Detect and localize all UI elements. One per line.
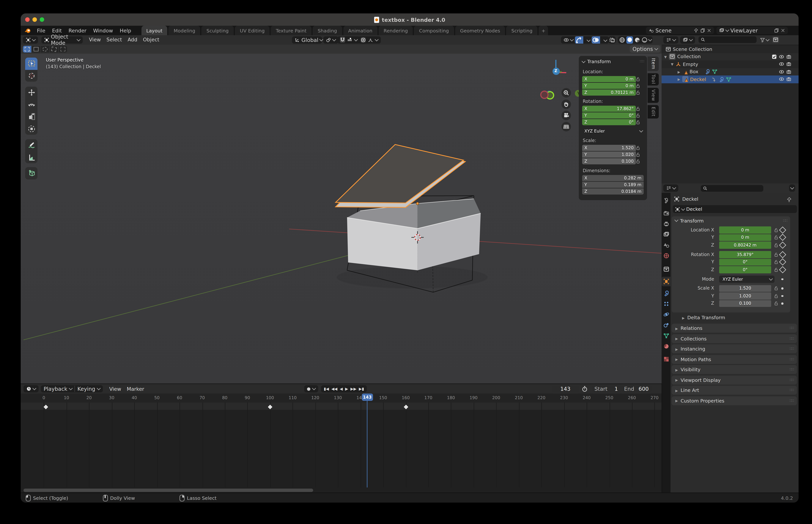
location-x-field[interactable]: X0 m	[582, 76, 636, 82]
zoom-view-button[interactable]	[561, 88, 571, 98]
object-name-field[interactable]: Deckel	[673, 205, 797, 213]
stopwatch-icon[interactable]	[582, 386, 588, 392]
animate-dot-icon[interactable]	[781, 287, 783, 290]
tool-rotate[interactable]	[25, 99, 37, 111]
timeline-body[interactable]	[21, 403, 662, 488]
ptab-scene[interactable]	[662, 240, 670, 250]
jump-to-end-button[interactable]: ▶▮	[359, 387, 364, 391]
tab-modeling[interactable]: Modeling	[168, 26, 200, 35]
scale-x-field[interactable]: X1.520	[582, 145, 636, 151]
expand-icon[interactable]: ▼	[670, 62, 674, 66]
eye-icon[interactable]	[779, 77, 784, 82]
ptab-physics[interactable]	[662, 310, 670, 319]
view-layer-selector[interactable]: ViewLayer ✕	[716, 27, 788, 34]
tab-shading[interactable]: Shading	[313, 26, 342, 35]
timeline-hscrollbar[interactable]	[23, 489, 313, 492]
location-y-field[interactable]: Y0 m	[582, 83, 636, 89]
prev-keyframe-button[interactable]: ◀◀	[331, 387, 337, 391]
rotation-mode-dropdown[interactable]: XYZ Euler	[582, 128, 645, 134]
tab-sculpting[interactable]: Sculpting	[201, 26, 233, 35]
dimension-z-field[interactable]: Z0.0184 m	[582, 189, 644, 195]
outliner-display-mode-button[interactable]	[680, 36, 695, 44]
ptab-render[interactable]	[662, 209, 670, 218]
lock-icon[interactable]	[635, 106, 640, 111]
camera-icon[interactable]	[786, 69, 791, 74]
jump-to-start-button[interactable]: ▮◀	[324, 387, 329, 391]
outliner-row-scene-collection[interactable]: Scene Collection	[662, 45, 799, 53]
transform-orientation-dropdown[interactable]: Global	[292, 36, 322, 44]
rotation-mode-dropdown[interactable]: XYZ Euler	[719, 276, 775, 283]
ptab-modifiers[interactable]	[662, 289, 670, 298]
select-lasso-button[interactable]	[50, 46, 58, 53]
keyframe-diamond-icon[interactable]	[779, 266, 786, 273]
show-overlays-toggle[interactable]	[592, 36, 600, 44]
ptab-constraints[interactable]	[662, 320, 670, 330]
tab-scripting[interactable]: Scripting	[506, 26, 537, 35]
timeline-view-menu[interactable]: View	[107, 386, 124, 392]
panel-line-art[interactable]: ▶Line Art∷∷	[672, 386, 797, 395]
shading-rendered-icon[interactable]	[642, 37, 648, 43]
sidebar-tab-tool[interactable]: Tool	[648, 73, 659, 85]
properties-editor-type-button[interactable]	[663, 184, 678, 192]
gizmo-x-neg-axis[interactable]	[540, 91, 548, 99]
outliner-row-deckel-selected[interactable]: ▶ Deckel	[662, 76, 799, 83]
transform-panel-header[interactable]: Transform ∷∷	[672, 216, 790, 225]
outliner-row-collection[interactable]: ▼ Collection	[662, 53, 799, 61]
ptab-object-active[interactable]	[662, 277, 670, 286]
loc-z-field[interactable]: 0.80242 m	[719, 242, 771, 249]
sidebar-tab-edit[interactable]: Edit	[648, 105, 659, 118]
keying-menu[interactable]: Keying	[77, 386, 95, 392]
drag-grip-icon[interactable]: ∷∷	[640, 59, 644, 64]
animate-dot-icon[interactable]	[781, 295, 783, 297]
menu-window[interactable]: Window	[90, 26, 116, 35]
shading-solid-icon[interactable]	[626, 36, 633, 44]
tab-animation[interactable]: Animation	[343, 26, 377, 35]
tool-transform[interactable]	[25, 123, 37, 135]
ptab-particles[interactable]	[662, 299, 670, 309]
rot-x-field[interactable]: 35.879°	[719, 251, 771, 258]
menu-add[interactable]: Add	[125, 37, 140, 43]
animate-dot-icon[interactable]	[781, 302, 783, 305]
tool-select-box[interactable]	[25, 58, 37, 70]
pan-view-button[interactable]	[561, 99, 571, 109]
show-gizmos-toggle[interactable]	[575, 36, 583, 44]
playback-menu[interactable]: Playback Keying	[41, 385, 103, 392]
ptab-material[interactable]	[662, 342, 670, 351]
proportional-edit-icon[interactable]	[361, 37, 366, 42]
scale-z-field[interactable]: 0.100	[719, 300, 771, 307]
select-none-button[interactable]	[59, 46, 67, 53]
lock-icon[interactable]	[635, 159, 640, 164]
select-box-button[interactable]	[32, 46, 40, 53]
scale-y-field[interactable]: Y1.020	[582, 151, 636, 158]
panel-visibility[interactable]: ▶Visibility∷∷	[672, 365, 797, 374]
eye-icon[interactable]	[779, 69, 784, 74]
rotation-y-field[interactable]: Y0°	[582, 112, 636, 118]
lock-icon[interactable]	[774, 260, 778, 265]
drag-grip-icon[interactable]: ∷∷	[783, 218, 787, 223]
copy-icon[interactable]	[700, 28, 705, 33]
eye-icon[interactable]	[779, 54, 784, 59]
tab-uv-editing[interactable]: UV Editing	[235, 26, 270, 35]
menu-object[interactable]: Object	[140, 37, 162, 43]
location-z-field[interactable]: Z0.70121 m	[582, 89, 636, 96]
properties-options-button[interactable]	[789, 184, 795, 192]
keyframe-diamond-icon[interactable]	[779, 242, 786, 249]
ptab-object-data[interactable]	[662, 331, 670, 341]
rotation-z-field[interactable]: Z0°	[582, 119, 636, 125]
ptab-collection[interactable]	[662, 264, 670, 274]
perspective-toggle-button[interactable]	[561, 122, 571, 131]
properties-search-input[interactable]	[701, 185, 763, 192]
timeline-editor-type-button[interactable]	[23, 385, 38, 392]
ptab-texture[interactable]	[662, 355, 670, 364]
pivot-point-dropdown[interactable]	[323, 36, 338, 44]
collapse-icon[interactable]: ▶	[677, 77, 681, 81]
lock-icon[interactable]	[635, 90, 640, 95]
play-reverse-button[interactable]: ◀	[340, 387, 343, 391]
lock-icon[interactable]	[774, 242, 778, 247]
scale-y-field[interactable]: 1.020	[719, 292, 771, 299]
outliner-search-input[interactable]	[698, 36, 757, 43]
lock-icon[interactable]	[635, 120, 640, 125]
sidebar-tab-item[interactable]: Item	[648, 56, 659, 71]
play-button[interactable]: ▶	[345, 387, 348, 391]
camera-icon[interactable]	[786, 77, 791, 82]
